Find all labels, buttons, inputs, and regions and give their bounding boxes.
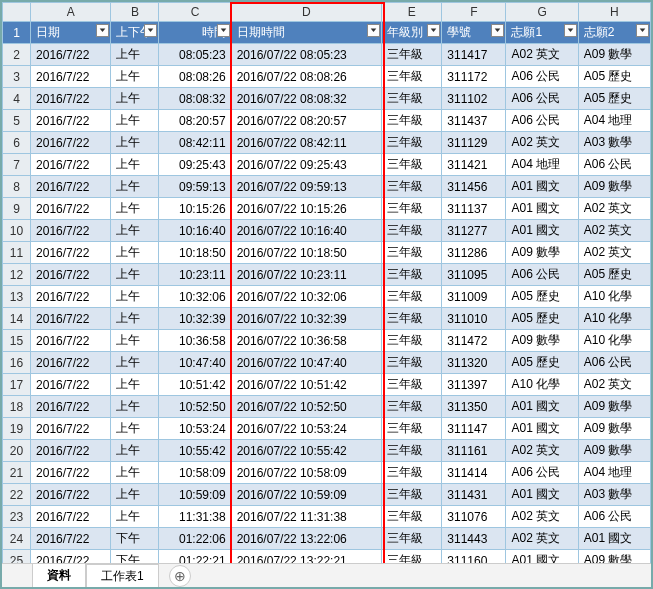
cell-id[interactable]: 311137 — [442, 198, 506, 220]
cell-dt[interactable]: 2016/07/22 08:42:11 — [231, 132, 381, 154]
table-row[interactable]: 182016/7/22上午10:52:502016/07/22 10:52:50… — [3, 396, 651, 418]
cell-id[interactable]: 311320 — [442, 352, 506, 374]
row-header-4[interactable]: 4 — [3, 88, 31, 110]
cell-w2[interactable]: A09 數學 — [578, 44, 650, 66]
cell-id[interactable]: 311076 — [442, 506, 506, 528]
cell-w1[interactable]: A05 歷史 — [506, 308, 578, 330]
cell-ampm[interactable]: 上午 — [111, 220, 159, 242]
cell-w1[interactable]: A01 國文 — [506, 550, 578, 564]
cell-ampm[interactable]: 上午 — [111, 396, 159, 418]
cell-id[interactable]: 311286 — [442, 242, 506, 264]
cell-date[interactable]: 2016/7/22 — [31, 286, 111, 308]
cell-w1[interactable]: A02 英文 — [506, 506, 578, 528]
cell-date[interactable]: 2016/7/22 — [31, 506, 111, 528]
cell-ampm[interactable]: 上午 — [111, 440, 159, 462]
filter-icon[interactable] — [636, 24, 649, 37]
filter-icon[interactable] — [217, 24, 230, 37]
table-row[interactable]: 32016/7/22上午08:08:262016/07/22 08:08:26三… — [3, 66, 651, 88]
cell-time[interactable]: 10:18:50 — [159, 242, 231, 264]
cell-date[interactable]: 2016/7/22 — [31, 242, 111, 264]
table-row[interactable]: 192016/7/22上午10:53:242016/07/22 10:53:24… — [3, 418, 651, 440]
row-header-17[interactable]: 17 — [3, 374, 31, 396]
cell-ampm[interactable]: 上午 — [111, 242, 159, 264]
cell-grade[interactable]: 三年級 — [382, 308, 442, 330]
row-header-2[interactable]: 2 — [3, 44, 31, 66]
cell-ampm[interactable]: 下午 — [111, 550, 159, 564]
cell-ampm[interactable]: 上午 — [111, 198, 159, 220]
row-header-12[interactable]: 12 — [3, 264, 31, 286]
cell-w2[interactable]: A09 數學 — [578, 440, 650, 462]
table-row[interactable]: 242016/7/22下午01:22:062016/07/22 13:22:06… — [3, 528, 651, 550]
cell-time[interactable]: 10:16:40 — [159, 220, 231, 242]
cell-grade[interactable]: 三年級 — [382, 220, 442, 242]
filter-icon[interactable] — [564, 24, 577, 37]
cell-time[interactable]: 08:20:57 — [159, 110, 231, 132]
cell-w2[interactable]: A02 英文 — [578, 198, 650, 220]
cell-grade[interactable]: 三年級 — [382, 198, 442, 220]
cell-time[interactable]: 08:08:32 — [159, 88, 231, 110]
table-row[interactable]: 162016/7/22上午10:47:402016/07/22 10:47:40… — [3, 352, 651, 374]
cell-time[interactable]: 10:53:24 — [159, 418, 231, 440]
table-header-1[interactable]: 上下午 — [111, 22, 159, 44]
cell-date[interactable]: 2016/7/22 — [31, 330, 111, 352]
cell-w1[interactable]: A09 數學 — [506, 330, 578, 352]
cell-ampm[interactable]: 上午 — [111, 132, 159, 154]
cell-w2[interactable]: A10 化學 — [578, 308, 650, 330]
cell-ampm[interactable]: 上午 — [111, 154, 159, 176]
cell-date[interactable]: 2016/7/22 — [31, 176, 111, 198]
table-row[interactable]: 92016/7/22上午10:15:262016/07/22 10:15:26三… — [3, 198, 651, 220]
table-row[interactable]: 82016/7/22上午09:59:132016/07/22 09:59:13三… — [3, 176, 651, 198]
row-header-24[interactable]: 24 — [3, 528, 31, 550]
cell-grade[interactable]: 三年級 — [382, 176, 442, 198]
table-row[interactable]: 102016/7/22上午10:16:402016/07/22 10:16:40… — [3, 220, 651, 242]
cell-time[interactable]: 10:52:50 — [159, 396, 231, 418]
row-header-22[interactable]: 22 — [3, 484, 31, 506]
row-header-18[interactable]: 18 — [3, 396, 31, 418]
cell-date[interactable]: 2016/7/22 — [31, 440, 111, 462]
cell-id[interactable]: 311129 — [442, 132, 506, 154]
cell-time[interactable]: 10:23:11 — [159, 264, 231, 286]
cell-date[interactable]: 2016/7/22 — [31, 88, 111, 110]
table-row[interactable]: 132016/7/22上午10:32:062016/07/22 10:32:06… — [3, 286, 651, 308]
cell-time[interactable]: 08:05:23 — [159, 44, 231, 66]
cell-dt[interactable]: 2016/07/22 10:36:58 — [231, 330, 381, 352]
cell-date[interactable]: 2016/7/22 — [31, 198, 111, 220]
cell-date[interactable]: 2016/7/22 — [31, 66, 111, 88]
table-row[interactable]: 172016/7/22上午10:51:422016/07/22 10:51:42… — [3, 374, 651, 396]
row-header-15[interactable]: 15 — [3, 330, 31, 352]
table-row[interactable]: 202016/7/22上午10:55:422016/07/22 10:55:42… — [3, 440, 651, 462]
cell-w2[interactable]: A02 英文 — [578, 242, 650, 264]
cell-grade[interactable]: 三年級 — [382, 440, 442, 462]
cell-grade[interactable]: 三年級 — [382, 154, 442, 176]
cell-dt[interactable]: 2016/07/22 10:52:50 — [231, 396, 381, 418]
cell-w1[interactable]: A05 歷史 — [506, 286, 578, 308]
cell-grade[interactable]: 三年級 — [382, 550, 442, 564]
cell-dt[interactable]: 2016/07/22 13:22:06 — [231, 528, 381, 550]
cell-date[interactable]: 2016/7/22 — [31, 550, 111, 564]
table-row[interactable]: 52016/7/22上午08:20:572016/07/22 08:20:57三… — [3, 110, 651, 132]
cell-time[interactable]: 08:08:26 — [159, 66, 231, 88]
cell-date[interactable]: 2016/7/22 — [31, 374, 111, 396]
table-row[interactable]: 222016/7/22上午10:59:092016/07/22 10:59:09… — [3, 484, 651, 506]
cell-time[interactable]: 10:32:06 — [159, 286, 231, 308]
cell-grade[interactable]: 三年級 — [382, 506, 442, 528]
table-row[interactable]: 22016/7/22上午08:05:232016/07/22 08:05:23三… — [3, 44, 651, 66]
cell-w1[interactable]: A01 國文 — [506, 396, 578, 418]
cell-ampm[interactable]: 上午 — [111, 264, 159, 286]
cell-w2[interactable]: A06 公民 — [578, 154, 650, 176]
cell-id[interactable]: 311009 — [442, 286, 506, 308]
cell-w1[interactable]: A10 化學 — [506, 374, 578, 396]
cell-id[interactable]: 311172 — [442, 66, 506, 88]
cell-w2[interactable]: A09 數學 — [578, 418, 650, 440]
cell-grade[interactable]: 三年級 — [382, 88, 442, 110]
cell-date[interactable]: 2016/7/22 — [31, 484, 111, 506]
cell-date[interactable]: 2016/7/22 — [31, 352, 111, 374]
col-header-D[interactable]: D — [231, 3, 381, 22]
cell-dt[interactable]: 2016/07/22 08:08:26 — [231, 66, 381, 88]
cell-w1[interactable]: A05 歷史 — [506, 352, 578, 374]
cell-dt[interactable]: 2016/07/22 10:23:11 — [231, 264, 381, 286]
cell-dt[interactable]: 2016/07/22 10:47:40 — [231, 352, 381, 374]
cell-ampm[interactable]: 上午 — [111, 484, 159, 506]
cell-ampm[interactable]: 上午 — [111, 110, 159, 132]
cell-w1[interactable]: A01 國文 — [506, 220, 578, 242]
